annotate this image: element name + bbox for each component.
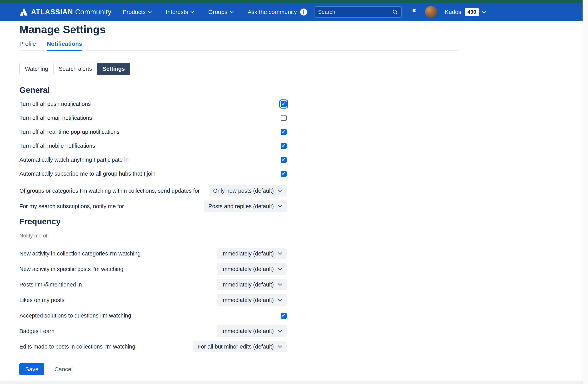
select-badges-frequency[interactable]: Immediately (default) xyxy=(217,325,287,337)
select-likes-frequency[interactable]: Immediately (default) xyxy=(217,294,287,306)
select-row: Edits made to posts in collections I'm w… xyxy=(20,339,287,354)
select-search-subscriptions[interactable]: Posts and replies (default) xyxy=(204,200,287,212)
search-box xyxy=(315,6,402,18)
select-label: Of groups or categories I'm watching wit… xyxy=(20,188,200,194)
tab-profile[interactable]: Profile xyxy=(20,40,36,50)
select-row: Badges I earn Immediately (default) xyxy=(20,323,287,339)
select-specific-posts-frequency[interactable]: Immediately (default) xyxy=(217,263,287,275)
save-button[interactable]: Save xyxy=(20,363,44,375)
select-value: Immediately (default) xyxy=(221,266,274,272)
toggle-row: Turn off all real-time pop-up notificati… xyxy=(20,125,287,139)
toggle-label: Accepted solutions to questions I'm watc… xyxy=(20,312,131,319)
nav-item-interests[interactable]: Interests xyxy=(166,9,194,15)
chevron-down-icon xyxy=(278,299,282,301)
brand-home-link[interactable]: ATLASSIAN Community xyxy=(20,8,111,16)
notify-me-of-label: Notify me of: xyxy=(20,233,588,239)
nav-item-interests-label: Interests xyxy=(166,9,188,15)
select-value: Immediately (default) xyxy=(221,297,274,303)
user-avatar[interactable] xyxy=(425,6,437,18)
tab-notifications[interactable]: Notifications xyxy=(47,40,82,50)
checkbox-turn-off-mobile[interactable]: ✔ xyxy=(281,143,287,149)
atlassian-logo-icon xyxy=(20,8,28,16)
toggle-row: Automatically subscribe me to all group … xyxy=(20,167,287,181)
footer-strip xyxy=(0,381,588,384)
select-edits-frequency[interactable]: For all but minor edits (default) xyxy=(193,341,287,352)
select-collection-updates[interactable]: Only new posts (default) xyxy=(209,185,287,196)
subtab-watching[interactable]: Watching xyxy=(20,63,54,75)
check-icon: ✔ xyxy=(282,143,285,148)
toggle-row: Turn off all email notifications xyxy=(20,111,287,125)
select-row: New activity in collection categories I'… xyxy=(20,246,287,261)
toggle-label: Turn off all real-time pop-up notificati… xyxy=(20,129,120,135)
kudos-count-badge: 490 xyxy=(465,8,479,16)
chevron-down-icon xyxy=(230,11,234,13)
kudos-menu[interactable]: Kudos 490 xyxy=(445,8,486,16)
select-label: New activity in specific posts I'm watch… xyxy=(20,266,124,272)
chevron-down-icon xyxy=(278,252,282,255)
flag-icon xyxy=(411,8,417,16)
toggle-label: Automatically subscribe me to all group … xyxy=(20,171,155,177)
chevron-down-icon xyxy=(482,11,486,13)
general-toggle-list: Turn off all push notifications ✔ Turn o… xyxy=(20,97,287,181)
chevron-down-icon xyxy=(278,330,282,332)
toggle-label: Turn off all email notifications xyxy=(20,115,92,121)
select-value: Only new posts (default) xyxy=(213,188,274,194)
scrollbar[interactable] xyxy=(583,0,588,384)
nav-item-products[interactable]: Products xyxy=(123,9,152,15)
select-row: Posts I'm @mentioned in Immediately (def… xyxy=(20,277,287,292)
toggle-row: Turn off all push notifications ✔ xyxy=(20,97,287,111)
notification-flag-button[interactable] xyxy=(411,8,417,16)
form-actions: Save Cancel xyxy=(20,363,588,375)
browser-top-strip xyxy=(0,0,588,3)
brand-wordmark: ATLASSIAN Community xyxy=(31,8,111,16)
search-input[interactable] xyxy=(318,9,392,15)
subtab-settings[interactable]: Settings xyxy=(97,63,130,75)
chevron-down-icon xyxy=(278,189,282,192)
check-icon: ✔ xyxy=(282,102,285,106)
ask-the-community-label: Ask the community xyxy=(248,9,297,15)
select-label: For my search subscriptions, notify me f… xyxy=(20,203,124,210)
chevron-down-icon xyxy=(190,11,194,13)
select-row: New activity in specific posts I'm watch… xyxy=(20,261,287,277)
nav-item-groups-label: Groups xyxy=(208,9,227,15)
select-label: Posts I'm @mentioned in xyxy=(20,281,82,288)
checkbox-accepted-solutions[interactable]: ✔ xyxy=(281,313,287,319)
frequency-list: New activity in collection categories I'… xyxy=(20,246,287,354)
select-value: Immediately (default) xyxy=(221,281,274,288)
check-icon: ✔ xyxy=(282,313,285,318)
select-mentions-frequency[interactable]: Immediately (default) xyxy=(217,279,287,290)
ask-the-community-button[interactable]: Ask the community xyxy=(248,9,307,16)
general-section-heading: General xyxy=(20,86,588,95)
settings-tabs: Profile Notifications xyxy=(20,40,458,51)
nav-item-products-label: Products xyxy=(123,9,146,15)
checkbox-turn-off-push[interactable]: ✔ xyxy=(281,101,287,107)
plus-icon xyxy=(300,9,307,16)
check-icon: ✔ xyxy=(282,157,285,162)
toggle-row: Accepted solutions to questions I'm watc… xyxy=(20,308,287,323)
toggle-row: Automatically watch anything I participa… xyxy=(20,153,287,167)
subtab-search-alerts[interactable]: Search alerts xyxy=(53,63,97,75)
general-select-list: Of groups or categories I'm watching wit… xyxy=(20,183,287,214)
select-value: Immediately (default) xyxy=(221,328,274,334)
select-value: For all but minor edits (default) xyxy=(198,344,274,350)
select-label: Edits made to posts in collections I'm w… xyxy=(20,344,135,350)
chevron-down-icon xyxy=(278,345,282,348)
kudos-label: Kudos xyxy=(445,9,461,15)
cancel-button[interactable]: Cancel xyxy=(54,366,72,373)
primary-nav: Products Interests Groups xyxy=(123,9,234,15)
top-navbar: ATLASSIAN Community Products Interests G… xyxy=(0,3,588,21)
search-icon[interactable] xyxy=(392,9,398,15)
settings-page: Manage Settings Profile Notifications Wa… xyxy=(0,24,588,375)
checkbox-auto-subscribe-hubs[interactable]: ✔ xyxy=(281,171,287,177)
select-value: Immediately (default) xyxy=(221,250,274,257)
toggle-label: Automatically watch anything I participa… xyxy=(20,157,129,163)
nav-item-groups[interactable]: Groups xyxy=(208,9,233,15)
toggle-label: Turn off all mobile notifications xyxy=(20,143,95,149)
select-row: For my search subscriptions, notify me f… xyxy=(20,198,287,214)
select-collection-categories-frequency[interactable]: Immediately (default) xyxy=(217,248,287,259)
checkbox-auto-watch[interactable]: ✔ xyxy=(281,157,287,163)
checkbox-turn-off-realtime[interactable]: ✔ xyxy=(281,129,287,135)
checkbox-turn-off-email[interactable] xyxy=(281,115,287,121)
notification-subtabs: Watching Search alerts Settings xyxy=(20,63,130,75)
page-title: Manage Settings xyxy=(20,24,588,35)
